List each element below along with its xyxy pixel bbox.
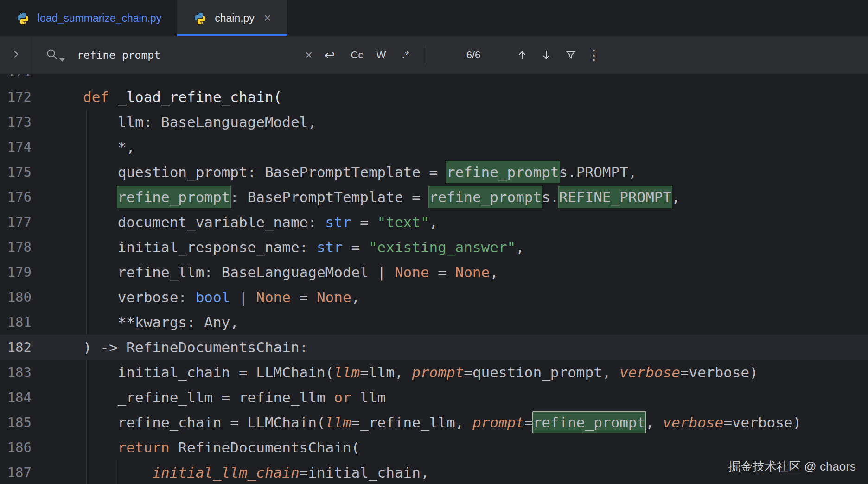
python-file-icon [16,11,30,25]
arrow-up-icon [511,50,533,61]
code-line[interactable]: 172def _load_refine_chain( [0,84,868,109]
code-text: question_prompt: BasePromptTemplate = re… [32,164,868,180]
line-number[interactable]: 171 [0,74,32,80]
line-number[interactable]: 172 [0,89,32,105]
regex-toggle[interactable]: .* [395,50,416,60]
code-line[interactable]: 175 question_prompt: BasePromptTemplate … [0,159,868,185]
line-number[interactable]: 181 [0,314,32,330]
line-number[interactable]: 177 [0,214,32,230]
line-number[interactable]: 178 [0,239,32,255]
line-number[interactable]: 176 [0,189,32,205]
newline-icon[interactable]: ↩ [319,49,340,61]
code-lines: 171172def _load_refine_chain(173 llm: Ba… [0,74,868,484]
search-icon [45,48,58,63]
clear-search-button[interactable]: × [298,49,319,62]
line-number[interactable]: 186 [0,439,32,455]
filter-funnel-icon [560,50,581,61]
arrow-down-icon [536,50,557,61]
line-number[interactable]: 187 [0,465,32,480]
python-file-icon [193,11,207,25]
line-number[interactable]: 175 [0,164,32,180]
code-text: *, [32,139,868,155]
search-input[interactable] [76,49,254,62]
toolbar-divider [425,45,425,64]
tab-label: chain.py [215,12,255,25]
line-number[interactable]: 184 [0,389,32,405]
tab-load-summarize-chain[interactable]: load_summarize_chain.py [0,0,177,36]
line-number[interactable]: 182 [0,339,32,355]
next-match-button[interactable] [536,50,557,61]
code-line[interactable]: 181 **kwargs: Any, [0,310,868,335]
code-text: refine_llm: BaseLanguageModel | None = N… [32,264,868,280]
close-tab-icon[interactable]: × [264,12,271,25]
code-text: llm: BaseLanguageModel, [32,114,868,130]
chevron-down-icon [59,58,65,62]
code-line[interactable]: 171 [0,74,868,84]
code-line[interactable]: 186 return RefineDocumentsChain( [0,435,868,460]
code-text: initial_response_name: str = "existing_a… [32,239,868,255]
expand-replace-button[interactable] [0,36,32,74]
code-line[interactable]: 176 refine_prompt: BasePromptTemplate = … [0,185,868,210]
code-text: initial_chain = LLMChain(llm=llm, prompt… [32,364,868,381]
code-line[interactable]: 174 *, [0,134,868,159]
code-text: _refine_llm = refine_llm or llm [32,389,868,406]
code-line[interactable]: 185 refine_chain = LLMChain(llm=_refine_… [0,410,868,435]
code-text: **kwargs: Any, [32,314,868,331]
code-line[interactable]: 179 refine_llm: BaseLanguageModel | None… [0,260,868,285]
line-number[interactable]: 180 [0,289,32,305]
code-line[interactable]: 173 llm: BaseLanguageModel, [0,109,868,134]
match-count: 6/6 [448,50,499,60]
watermark: 掘金技术社区 @ chaors [728,459,856,475]
editor-tab-bar: load_summarize_chain.py chain.py × [0,0,868,36]
line-number[interactable]: 174 [0,139,32,155]
previous-match-button[interactable] [511,50,533,61]
code-text: refine_prompt: BasePromptTemplate = refi… [32,189,868,205]
code-text: verbose: bool | None = None, [32,289,868,306]
code-text: document_variable_name: str = "text", [32,214,868,230]
code-line[interactable]: 182) -> RefineDocumentsChain: [0,335,868,360]
code-line[interactable]: 178 initial_response_name: str = "existi… [0,235,868,260]
code-line[interactable]: 180 verbose: bool | None = None, [0,285,868,310]
more-options-icon[interactable]: ⋮ [583,48,605,62]
chevron-right-icon [11,49,21,61]
line-number[interactable]: 183 [0,364,32,380]
search-history-button[interactable] [45,48,65,63]
code-text: ) -> RefineDocumentsChain: [32,339,868,356]
tab-label: load_summarize_chain.py [38,12,161,25]
match-case-toggle[interactable]: Cc [346,50,368,60]
line-number[interactable]: 173 [0,114,32,130]
tab-chain[interactable]: chain.py × [177,0,287,36]
line-number[interactable]: 179 [0,264,32,280]
code-line[interactable]: 183 initial_chain = LLMChain(llm=llm, pr… [0,360,868,385]
code-text: return RefineDocumentsChain( [32,439,868,456]
code-text: def _load_refine_chain( [32,89,868,105]
code-line[interactable]: 184 _refine_llm = refine_llm or llm [0,385,868,410]
whole-words-toggle[interactable]: W [370,50,392,60]
line-number[interactable]: 185 [0,414,32,430]
filter-search-button[interactable] [560,50,581,61]
find-toolbar: × ↩ Cc W .* 6/6 ⋮ [0,36,868,74]
code-text: refine_chain = LLMChain(llm=_refine_llm,… [32,414,868,431]
code-line[interactable]: 177 document_variable_name: str = "text"… [0,210,868,235]
code-editor[interactable]: 171172def _load_refine_chain(173 llm: Ba… [0,74,868,484]
ide-window: load_summarize_chain.py chain.py × [0,0,868,484]
